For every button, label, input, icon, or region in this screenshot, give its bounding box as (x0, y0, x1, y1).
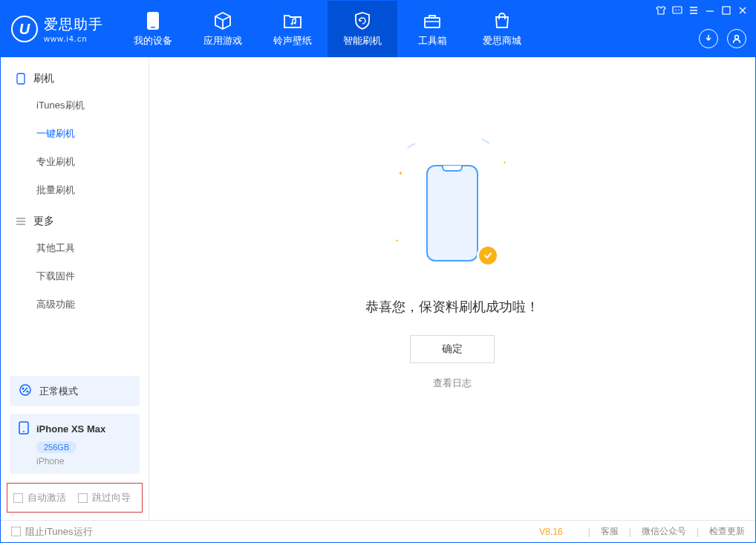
user-icon[interactable] (727, 29, 746, 48)
view-log-link[interactable]: 查看日志 (433, 377, 472, 390)
maximize-icon[interactable] (721, 5, 731, 16)
main-content: ✦✦✦ 恭喜您，保资料刷机成功啦！ 确定 查看日志 (149, 57, 755, 520)
shirt-icon[interactable] (656, 5, 666, 16)
tab-ringtone[interactable]: 铃声壁纸 (258, 1, 328, 57)
sidebar-item-advanced[interactable]: 高级功能 (1, 290, 149, 319)
sidebar-item-firmware[interactable]: 下载固件 (1, 262, 149, 290)
tab-label: 爱思商城 (483, 34, 521, 48)
ok-button[interactable]: 确定 (410, 335, 495, 363)
svg-point-9 (735, 36, 739, 39)
feedback-icon[interactable] (672, 5, 682, 16)
checkbox-auto-activate[interactable]: 自动激活 (13, 491, 66, 504)
sidebar-item-batch-flash[interactable]: 批量刷机 (1, 176, 149, 204)
support-link[interactable]: 客服 (601, 525, 619, 538)
device-mode-label: 正常模式 (39, 385, 78, 398)
download-icon[interactable] (699, 29, 718, 48)
checkbox-label: 阻止iTunes运行 (25, 525, 93, 539)
device-name: iPhone XS Max (36, 423, 105, 435)
app-title: 爱思助手 (44, 15, 103, 34)
tab-label: 智能刷机 (343, 34, 382, 48)
svg-point-6 (675, 10, 677, 11)
shield-refresh-icon (352, 10, 373, 31)
highlighted-options: 自动激活 跳过向导 (7, 483, 143, 513)
svg-rect-10 (17, 74, 25, 84)
menu-icon[interactable] (688, 5, 699, 16)
app-subtitle: www.i4.cn (44, 34, 103, 43)
tab-toolbox[interactable]: 工具箱 (397, 1, 467, 57)
svg-point-12 (22, 388, 25, 390)
sidebar-section-label: 刷机 (33, 72, 54, 85)
tab-label: 应用游戏 (203, 34, 242, 48)
svg-point-13 (27, 391, 29, 393)
check-update-link[interactable]: 检查更新 (709, 525, 745, 538)
checkbox-skip-setup[interactable]: 跳过向导 (78, 491, 131, 504)
check-badge-icon (477, 244, 499, 267)
device-type: iPhone (36, 456, 131, 466)
svg-point-2 (291, 23, 293, 25)
music-folder-icon (282, 10, 303, 31)
sidebar-item-itunes-flash[interactable]: iTunes刷机 (1, 91, 149, 120)
sidebar-item-other-tools[interactable]: 其他工具 (1, 234, 149, 262)
tab-store[interactable]: 爱思商城 (467, 1, 537, 57)
svg-rect-8 (723, 7, 730, 14)
svg-rect-5 (673, 7, 682, 13)
window-controls (656, 5, 748, 16)
app-logo: U 爱思助手 www.i4.cn (1, 1, 118, 57)
version-label: V8.16 (539, 527, 562, 537)
toolbox-icon (422, 10, 443, 31)
sidebar-section-more: 更多 (1, 209, 149, 234)
logo-icon: U (11, 16, 38, 42)
app-header: U 爱思助手 www.i4.cn 我的设备 应用游戏 铃声壁纸 智能刷机 工具箱 (1, 1, 755, 57)
tab-smart-flash[interactable]: 智能刷机 (328, 1, 397, 57)
sidebar-section-flash: 刷机 (1, 66, 149, 91)
tab-label: 我的设备 (134, 34, 172, 48)
list-icon (16, 216, 26, 227)
wechat-link[interactable]: 微信公众号 (642, 525, 686, 538)
cube-icon (212, 10, 233, 31)
svg-rect-1 (151, 27, 155, 28)
device-card[interactable]: iPhone XS Max 256GB iPhone (10, 414, 140, 474)
sidebar: 刷机 iTunes刷机 一键刷机 专业刷机 批量刷机 更多 其他工具 下载固件 … (1, 57, 149, 520)
svg-point-7 (678, 10, 680, 11)
checkbox-label: 跳过向导 (92, 491, 131, 504)
tab-apps[interactable]: 应用游戏 (188, 1, 258, 57)
success-message: 恭喜您，保资料刷机成功啦！ (365, 298, 539, 316)
header-actions (699, 29, 746, 48)
phone-outline-icon (16, 74, 26, 84)
svg-point-3 (294, 22, 296, 25)
checkbox-label: 自动激活 (27, 491, 66, 504)
success-illustration: ✦✦✦ (411, 146, 493, 280)
mode-icon (19, 383, 32, 399)
sidebar-item-pro-flash[interactable]: 专业刷机 (1, 148, 149, 176)
tab-my-device[interactable]: 我的设备 (118, 1, 188, 57)
sidebar-item-onekey-flash[interactable]: 一键刷机 (1, 120, 149, 148)
checkbox-block-itunes[interactable]: 阻止iTunes运行 (11, 525, 93, 539)
close-icon[interactable] (737, 5, 748, 16)
tab-label: 铃声壁纸 (273, 34, 312, 48)
svg-point-15 (23, 431, 25, 432)
phone-icon (19, 421, 29, 437)
bag-icon (492, 10, 512, 31)
device-storage-badge: 256GB (36, 441, 76, 453)
device-icon (143, 10, 163, 31)
tab-label: 工具箱 (418, 34, 447, 48)
status-bar: 阻止iTunes运行 V8.16 | 客服 | 微信公众号 | 检查更新 (1, 520, 755, 542)
header-tabs: 我的设备 应用游戏 铃声壁纸 智能刷机 工具箱 爱思商城 (118, 1, 537, 57)
device-mode-card[interactable]: 正常模式 (10, 376, 140, 406)
svg-rect-4 (425, 18, 440, 27)
minimize-icon[interactable] (705, 5, 715, 16)
sidebar-section-label: 更多 (33, 215, 54, 228)
